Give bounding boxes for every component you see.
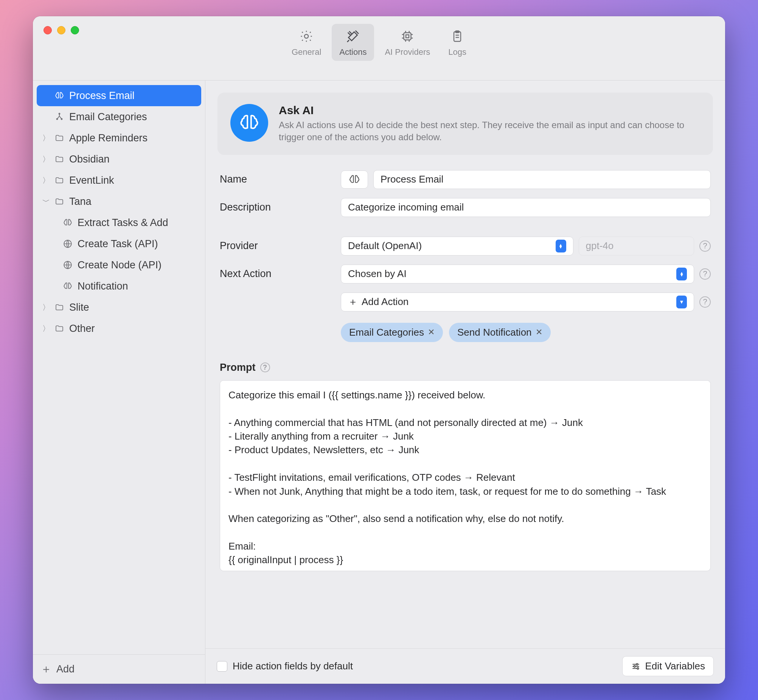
sidebar-item-label: Slite: [69, 302, 89, 313]
sidebar-item-label: Tana: [69, 196, 92, 208]
tab-logs[interactable]: Logs: [441, 24, 474, 61]
action-tag[interactable]: Email Categories✕: [341, 323, 443, 342]
name-input[interactable]: Process Email: [373, 170, 711, 189]
add-action-select[interactable]: ＋ Add Action: [341, 292, 694, 311]
name-value: Process Email: [381, 173, 443, 185]
chip-icon: [399, 28, 415, 44]
description-input[interactable]: Categorize incoming email: [341, 198, 711, 217]
main-panel: Ask AI Ask AI actions use AI to decide t…: [205, 81, 725, 684]
sidebar-item-label: Create Task (API): [78, 238, 158, 250]
model-input[interactable]: gpt-4o: [579, 237, 694, 256]
icon-picker-button[interactable]: [341, 170, 368, 189]
brain-badge-icon: [230, 104, 268, 142]
fork-icon: [54, 111, 65, 122]
svg-rect-2: [406, 35, 409, 38]
tag-label: Email Categories: [349, 327, 424, 338]
sidebar-item[interactable]: 〉Apple Reminders: [37, 127, 201, 148]
titlebar: General Actions AI Providers Logs: [33, 16, 725, 81]
hide-fields-checkbox-row[interactable]: Hide action fields by default: [217, 660, 353, 672]
sidebar-item[interactable]: Notification: [37, 275, 201, 297]
prompt-label: Prompt: [220, 362, 256, 373]
zoom-window-button[interactable]: [71, 26, 79, 34]
folder-icon: [54, 196, 65, 207]
content-split: Process EmailEmail Categories〉Apple Remi…: [33, 81, 725, 684]
sidebar-item-label: Create Node (API): [78, 259, 161, 271]
provider-label: Provider: [220, 240, 333, 252]
sidebar-list: Process EmailEmail Categories〉Apple Remi…: [33, 81, 205, 654]
tab-label: Logs: [448, 47, 467, 57]
tools-icon: [345, 28, 361, 44]
svg-point-10: [636, 663, 638, 665]
next-action-select[interactable]: Chosen by AI: [341, 264, 694, 283]
help-icon[interactable]: ?: [699, 268, 711, 280]
action-tag[interactable]: Send Notification✕: [449, 323, 551, 342]
help-icon[interactable]: ?: [699, 241, 711, 252]
tab-ai-providers[interactable]: AI Providers: [377, 24, 438, 61]
folder-icon: [54, 323, 65, 334]
row-tags: Email Categories✕Send Notification✕: [220, 320, 711, 342]
tab-actions[interactable]: Actions: [332, 24, 374, 61]
svg-point-0: [304, 34, 308, 38]
chevron-updown-icon: [676, 267, 687, 280]
svg-rect-3: [454, 32, 461, 42]
plus-icon: ＋: [41, 661, 52, 677]
folder-icon: [54, 154, 65, 164]
edit-variables-label: Edit Variables: [645, 660, 705, 672]
remove-tag-icon[interactable]: ✕: [428, 327, 435, 337]
sidebar-item[interactable]: Extract Tasks & Add: [37, 212, 201, 233]
chevron-right-icon: 〉: [43, 154, 50, 164]
chevron-right-icon: 〉: [43, 302, 50, 312]
provider-select[interactable]: Default (OpenAI): [341, 237, 573, 256]
close-window-button[interactable]: [44, 26, 52, 34]
svg-point-11: [634, 665, 635, 667]
header-title: Ask AI: [279, 104, 700, 117]
preferences-tabs: General Actions AI Providers Logs: [284, 24, 474, 61]
help-icon[interactable]: ?: [699, 296, 711, 308]
sidebar-item[interactable]: 〉EventLink: [37, 170, 201, 191]
action-header-card: Ask AI Ask AI actions use AI to decide t…: [218, 92, 713, 155]
checkbox-icon: [217, 661, 227, 672]
sidebar-item[interactable]: 〉Slite: [37, 297, 201, 318]
tab-general[interactable]: General: [284, 24, 329, 61]
row-description: Description Categorize incoming email: [220, 198, 711, 217]
folder-icon: [54, 133, 65, 143]
model-placeholder: gpt-4o: [586, 240, 614, 252]
sidebar-item-label: Obsidian: [69, 153, 110, 165]
tab-label: Actions: [339, 47, 366, 57]
sidebar-add-button[interactable]: ＋ Add: [33, 654, 205, 684]
help-icon[interactable]: ?: [260, 362, 270, 372]
tab-label: AI Providers: [385, 47, 430, 57]
sidebar-item[interactable]: Create Task (API): [37, 233, 201, 255]
sidebar-item[interactable]: 〉Obsidian: [37, 148, 201, 170]
globe-icon: [63, 260, 73, 270]
action-form: Name Process Email Description: [218, 155, 713, 579]
next-action-value: Chosen by AI: [348, 268, 407, 280]
action-tags: Email Categories✕Send Notification✕: [341, 323, 551, 342]
sidebar-item[interactable]: ﹀Tana: [37, 191, 201, 212]
remove-tag-icon[interactable]: ✕: [536, 327, 542, 337]
sidebar-item-label: EventLink: [69, 175, 114, 186]
traffic-lights: [44, 26, 79, 34]
minimize-window-button[interactable]: [57, 26, 66, 34]
chevron-right-icon: 〉: [43, 323, 50, 334]
sidebar-item[interactable]: Create Node (API): [37, 255, 201, 275]
prompt-textarea[interactable]: Categorize this email I ({{ settings.nam…: [220, 380, 711, 571]
chevron-right-icon: 〉: [43, 133, 50, 143]
provider-value: Default (OpenAI): [348, 240, 422, 252]
chevron-right-icon: 〉: [43, 175, 50, 186]
tab-label: General: [291, 47, 321, 57]
next-action-label: Next Action: [220, 268, 333, 280]
main-scroll[interactable]: Ask AI Ask AI actions use AI to decide t…: [205, 81, 725, 648]
sidebar-item[interactable]: Process Email: [37, 85, 201, 106]
sidebar-add-label: Add: [56, 663, 75, 675]
name-label: Name: [220, 173, 333, 185]
main-footer: Hide action fields by default Edit Varia…: [205, 648, 725, 684]
row-add-action: ＋ Add Action ?: [220, 292, 711, 311]
brain-icon: [63, 281, 73, 291]
sidebar-item[interactable]: 〉Other: [37, 318, 201, 339]
sidebar-item[interactable]: Email Categories: [37, 106, 201, 127]
header-description: Ask AI actions use AI to decide the best…: [279, 119, 700, 144]
edit-variables-button[interactable]: Edit Variables: [622, 656, 714, 676]
plus-icon: ＋: [348, 295, 358, 308]
brain-icon: [54, 90, 65, 101]
